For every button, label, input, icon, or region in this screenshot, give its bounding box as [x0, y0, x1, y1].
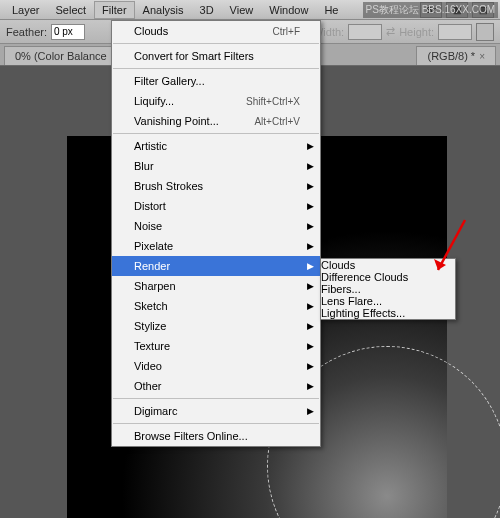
- menu-item-digimarc[interactable]: Digimarc▶: [112, 401, 320, 421]
- menu-label: Brush Strokes: [134, 180, 300, 192]
- menu-label: Clouds: [134, 25, 273, 37]
- width-input: [348, 24, 382, 40]
- menu-label: Liquify...: [134, 95, 246, 107]
- close-icon[interactable]: ×: [479, 51, 485, 62]
- menu-label: Clouds: [321, 259, 355, 271]
- menu-label: Artistic: [134, 140, 300, 152]
- submenu-arrow-icon: ▶: [307, 221, 314, 231]
- options-button[interactable]: [476, 23, 494, 41]
- menu-3d[interactable]: 3D: [192, 1, 222, 19]
- menu-analysis[interactable]: Analysis: [135, 1, 192, 19]
- submenu-arrow-icon: ▶: [307, 241, 314, 251]
- submenu-item-clouds[interactable]: Clouds: [321, 259, 455, 271]
- menu-label: Distort: [134, 200, 300, 212]
- menu-item-sketch[interactable]: Sketch▶: [112, 296, 320, 316]
- swap-icon: ⇄: [386, 25, 395, 38]
- menu-label: Sketch: [134, 300, 300, 312]
- submenu-arrow-icon: ▶: [307, 201, 314, 211]
- submenu-arrow-icon: ▶: [307, 141, 314, 151]
- menu-item-brush-strokes[interactable]: Brush Strokes▶: [112, 176, 320, 196]
- submenu-arrow-icon: ▶: [307, 281, 314, 291]
- menu-label: Fibers...: [321, 283, 361, 295]
- menu-item-texture[interactable]: Texture▶: [112, 336, 320, 356]
- submenu-item-fibers[interactable]: Fibers...: [321, 283, 455, 295]
- menu-label: Other: [134, 380, 300, 392]
- menu-item-video[interactable]: Video▶: [112, 356, 320, 376]
- menu-item-filter-gallery[interactable]: Filter Gallery...: [112, 71, 320, 91]
- filter-menu: Clouds Ctrl+F Convert for Smart Filters …: [111, 20, 321, 447]
- menu-item-vanishing-point[interactable]: Vanishing Point... Alt+Ctrl+V: [112, 111, 320, 131]
- tab-label: (RGB/8) *: [427, 50, 475, 62]
- menu-item-distort[interactable]: Distort▶: [112, 196, 320, 216]
- menu-label: Difference Clouds: [321, 271, 408, 283]
- watermark-corner: PS教程论坛 BBS.16XX.COM: [363, 2, 498, 18]
- menu-label: Render: [134, 260, 300, 272]
- menu-label: Stylize: [134, 320, 300, 332]
- menu-label: Blur: [134, 160, 300, 172]
- menu-label: Digimarc: [134, 405, 300, 417]
- menu-label: Vanishing Point...: [134, 115, 254, 127]
- menu-select[interactable]: Select: [48, 1, 95, 19]
- menu-item-noise[interactable]: Noise▶: [112, 216, 320, 236]
- menu-view[interactable]: View: [222, 1, 262, 19]
- menu-label: Pixelate: [134, 240, 300, 252]
- height-input: [438, 24, 472, 40]
- menu-label: Noise: [134, 220, 300, 232]
- menu-label: Lens Flare...: [321, 295, 382, 307]
- menu-label: Browse Filters Online...: [134, 430, 300, 442]
- submenu-arrow-icon: ▶: [307, 341, 314, 351]
- submenu-arrow-icon: ▶: [307, 161, 314, 171]
- submenu-item-difference-clouds[interactable]: Difference Clouds: [321, 271, 455, 283]
- menu-item-browse-online[interactable]: Browse Filters Online...: [112, 426, 320, 446]
- menu-item-other[interactable]: Other▶: [112, 376, 320, 396]
- submenu-item-lighting-effects[interactable]: Lighting Effects...: [321, 307, 455, 319]
- submenu-arrow-icon: ▶: [307, 406, 314, 416]
- submenu-arrow-icon: ▶: [307, 381, 314, 391]
- submenu-arrow-icon: ▶: [307, 181, 314, 191]
- submenu-item-lens-flare[interactable]: Lens Flare...: [321, 295, 455, 307]
- menu-shortcut: Alt+Ctrl+V: [254, 116, 300, 127]
- menu-shortcut: Ctrl+F: [273, 26, 301, 37]
- document-tab-1[interactable]: 0% (Color Balance: [4, 46, 118, 65]
- submenu-arrow-icon: ▶: [307, 261, 314, 271]
- menu-item-stylize[interactable]: Stylize▶: [112, 316, 320, 336]
- menu-item-blur[interactable]: Blur▶: [112, 156, 320, 176]
- render-submenu: Clouds Difference Clouds Fibers... Lens …: [320, 258, 456, 320]
- feather-input[interactable]: [51, 24, 85, 40]
- tab-label: 0% (Color Balance: [15, 50, 107, 62]
- menu-item-artistic[interactable]: Artistic▶: [112, 136, 320, 156]
- menu-label: Texture: [134, 340, 300, 352]
- menu-item-sharpen[interactable]: Sharpen▶: [112, 276, 320, 296]
- height-label: Height:: [399, 26, 434, 38]
- menu-label: Filter Gallery...: [134, 75, 300, 87]
- menu-item-clouds-repeat[interactable]: Clouds Ctrl+F: [112, 21, 320, 41]
- menu-item-convert-smart[interactable]: Convert for Smart Filters: [112, 46, 320, 66]
- menu-help[interactable]: He: [316, 1, 346, 19]
- submenu-arrow-icon: ▶: [307, 361, 314, 371]
- menu-window[interactable]: Window: [261, 1, 316, 19]
- menu-label: Sharpen: [134, 280, 300, 292]
- submenu-arrow-icon: ▶: [307, 301, 314, 311]
- document-tab-2[interactable]: (RGB/8) * ×: [416, 46, 496, 65]
- menu-filter[interactable]: Filter: [94, 1, 134, 19]
- menu-label: Convert for Smart Filters: [134, 50, 300, 62]
- menu-label: Video: [134, 360, 300, 372]
- menu-shortcut: Shift+Ctrl+X: [246, 96, 300, 107]
- menu-layer[interactable]: Layer: [4, 1, 48, 19]
- menu-item-pixelate[interactable]: Pixelate▶: [112, 236, 320, 256]
- submenu-arrow-icon: ▶: [307, 321, 314, 331]
- feather-label: Feather:: [6, 26, 47, 38]
- menu-item-render[interactable]: Render▶: [112, 256, 320, 276]
- menu-label: Lighting Effects...: [321, 307, 405, 319]
- menu-item-liquify[interactable]: Liquify... Shift+Ctrl+X: [112, 91, 320, 111]
